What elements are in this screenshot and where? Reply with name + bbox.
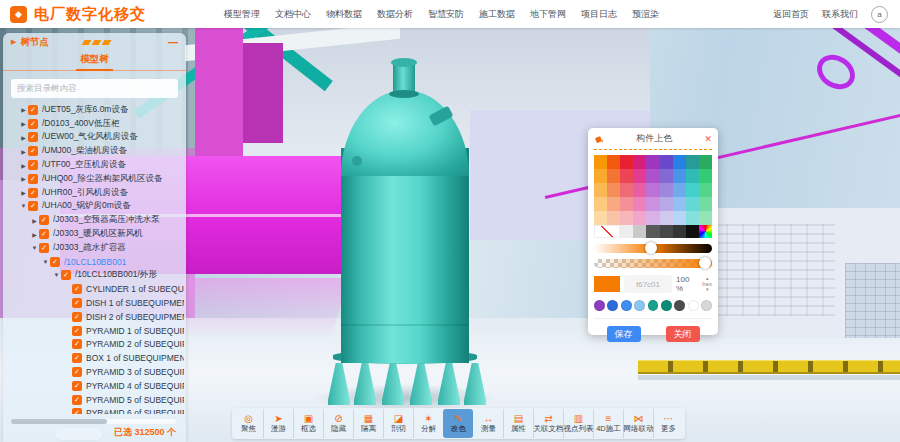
toolbar-hide-button[interactable]: ⊘隐藏 bbox=[323, 409, 353, 438]
toolbar-explode-button[interactable]: ✶分解 bbox=[413, 409, 443, 438]
palette-swatch[interactable] bbox=[646, 183, 659, 197]
custom-color-swatch[interactable] bbox=[699, 225, 712, 238]
tree-checkbox[interactable]: ✓ bbox=[28, 201, 38, 211]
panel-minimize-button[interactable]: — bbox=[168, 37, 178, 48]
tree-checkbox[interactable]: ✓ bbox=[72, 326, 82, 336]
tree-expand-icon[interactable]: ▼ bbox=[52, 272, 61, 278]
palette-swatch[interactable] bbox=[646, 197, 659, 211]
toolbar-properties-button[interactable]: ▤属性 bbox=[503, 409, 533, 438]
nav-item[interactable]: 项目日志 bbox=[581, 8, 617, 21]
tree-checkbox[interactable]: ✓ bbox=[61, 270, 71, 280]
toolbar-isolate-button[interactable]: ▦隔离 bbox=[353, 409, 383, 438]
tree-node[interactable]: ▼✓/10LCL10BB001 bbox=[3, 255, 184, 269]
tree-checkbox[interactable]: ✓ bbox=[28, 174, 38, 184]
palette-swatch[interactable] bbox=[620, 197, 633, 211]
recent-color-swatch[interactable] bbox=[607, 300, 618, 311]
palette-swatch[interactable] bbox=[673, 197, 686, 211]
palette-swatch[interactable] bbox=[660, 169, 673, 183]
tree-checkbox[interactable]: ✓ bbox=[72, 312, 82, 322]
nav-item[interactable]: 文档中心 bbox=[275, 8, 311, 21]
palette-swatch[interactable] bbox=[673, 211, 686, 225]
palette-swatch[interactable] bbox=[633, 197, 646, 211]
tree-node[interactable]: ▶✓/J0303_暖风机区新风机 bbox=[3, 227, 184, 241]
gray-swatch[interactable] bbox=[686, 225, 699, 238]
recent-color-swatch[interactable] bbox=[594, 300, 605, 311]
palette-swatch[interactable] bbox=[660, 155, 673, 169]
tree-checkbox[interactable]: ✓ bbox=[39, 229, 49, 239]
palette-swatch[interactable] bbox=[699, 155, 712, 169]
nav-item[interactable]: 施工数据 bbox=[479, 8, 515, 21]
tree-checkbox[interactable]: ✓ bbox=[28, 105, 38, 115]
tree-node[interactable]: ▶✓/D0103_400V低压柜 bbox=[3, 117, 184, 131]
nav-item[interactable]: 模型管理 bbox=[224, 8, 260, 21]
save-button[interactable]: 保存 bbox=[607, 326, 641, 342]
toolbar-linked-docs-button[interactable]: ⇄关联文档 bbox=[533, 409, 563, 438]
palette-swatch[interactable] bbox=[673, 183, 686, 197]
tree-expand-icon[interactable]: ▶ bbox=[19, 120, 28, 127]
palette-swatch[interactable] bbox=[686, 211, 699, 225]
toolbar-network-link-button[interactable]: ⋈网络联动 bbox=[623, 409, 653, 438]
palette-swatch[interactable] bbox=[633, 183, 646, 197]
shade-slider-handle[interactable] bbox=[645, 242, 657, 254]
palette-swatch[interactable] bbox=[594, 169, 607, 183]
tree-checkbox[interactable]: ✓ bbox=[28, 160, 38, 170]
tree-node[interactable]: ✓BOX 1 of SUBEQUIPMENT bbox=[3, 351, 184, 365]
tree-expand-icon[interactable]: ▶ bbox=[19, 134, 28, 141]
tree-checkbox[interactable]: ✓ bbox=[28, 188, 38, 198]
palette-swatch[interactable] bbox=[607, 183, 620, 197]
alpha-slider[interactable] bbox=[594, 259, 712, 268]
palette-swatch[interactable] bbox=[673, 155, 686, 169]
toolbar-measure-button[interactable]: ↔测量 bbox=[473, 409, 503, 438]
tree-node[interactable]: ▶✓/UMJ00_柴油机房设备 bbox=[3, 144, 184, 158]
tree-node[interactable]: ✓PYRAMID 4 of SUBEQUIPM bbox=[3, 379, 184, 393]
palette-swatch[interactable] bbox=[620, 169, 633, 183]
toolbar-focus-button[interactable]: ◎聚焦 bbox=[234, 409, 263, 438]
palette-swatch[interactable] bbox=[660, 197, 673, 211]
palette-swatch[interactable] bbox=[607, 211, 620, 225]
tree-node[interactable]: ▶✓/UET05_灰库6.0m设备 bbox=[3, 103, 184, 117]
close-button[interactable]: 关闭 bbox=[666, 326, 700, 342]
palette-swatch[interactable] bbox=[673, 169, 686, 183]
dialog-close-icon[interactable]: ✕ bbox=[704, 134, 712, 144]
3d-viewport[interactable]: ▶ 树节点 — 模型树 ▶✓/UET05_灰库6.0m设备▶✓/D0103_40… bbox=[0, 28, 900, 442]
tree-search-input[interactable] bbox=[11, 79, 178, 98]
recent-color-swatch[interactable] bbox=[661, 300, 672, 311]
palette-swatch[interactable] bbox=[699, 211, 712, 225]
palette-swatch[interactable] bbox=[594, 183, 607, 197]
contact-link[interactable]: 联系我们 bbox=[822, 8, 858, 21]
tree-hscrollbar-thumb[interactable] bbox=[11, 419, 107, 424]
tree-checkbox[interactable]: ✓ bbox=[72, 381, 82, 391]
tree-expand-icon[interactable]: ▼ bbox=[19, 203, 28, 209]
nav-item[interactable]: 数据分析 bbox=[377, 8, 413, 21]
gray-swatch[interactable] bbox=[646, 225, 659, 238]
toolbar-paint-button[interactable]: ✎改色 bbox=[443, 409, 473, 438]
tree-expand-icon[interactable]: ▶ bbox=[19, 148, 28, 155]
home-link[interactable]: 返回首页 bbox=[773, 8, 809, 21]
recent-color-swatch[interactable] bbox=[688, 300, 699, 311]
tree-node[interactable]: ✓PYRAMID 2 of SUBEQUIPM bbox=[3, 338, 184, 352]
tree-checkbox[interactable]: ✓ bbox=[28, 146, 38, 156]
palette-swatch[interactable] bbox=[633, 169, 646, 183]
toolbar-box-select-button[interactable]: ▣框选 bbox=[293, 409, 323, 438]
palette-swatch[interactable] bbox=[594, 197, 607, 211]
no-color-swatch[interactable] bbox=[594, 225, 620, 238]
alpha-slider-handle[interactable] bbox=[699, 257, 711, 269]
tree-node[interactable]: ▶✓/UEW00_气化风机房设备 bbox=[3, 131, 184, 145]
tree-expand-icon[interactable]: ▼ bbox=[30, 245, 39, 251]
tree-checkbox[interactable]: ✓ bbox=[50, 257, 60, 267]
tree-checkbox[interactable]: ✓ bbox=[72, 408, 82, 414]
gray-swatch[interactable] bbox=[673, 225, 686, 238]
tree-node[interactable]: ▶✓/UTF00_空压机房设备 bbox=[3, 158, 184, 172]
recent-color-swatch[interactable] bbox=[648, 300, 659, 311]
recent-color-swatch[interactable] bbox=[701, 300, 712, 311]
palette-swatch[interactable] bbox=[660, 183, 673, 197]
tree-checkbox[interactable]: ✓ bbox=[72, 339, 82, 349]
tree-expand-icon[interactable]: ▶ bbox=[19, 162, 28, 169]
tree-checkbox[interactable]: ✓ bbox=[72, 298, 82, 308]
nav-item[interactable]: 预渲染 bbox=[632, 8, 659, 21]
tree-node[interactable]: ✓PYRAMID 5 of SUBEQUIPM bbox=[3, 393, 184, 407]
palette-swatch[interactable] bbox=[607, 197, 620, 211]
user-avatar[interactable]: a bbox=[871, 6, 888, 23]
tree-expand-icon[interactable]: ▶ bbox=[30, 231, 39, 238]
shade-slider[interactable] bbox=[594, 244, 712, 253]
